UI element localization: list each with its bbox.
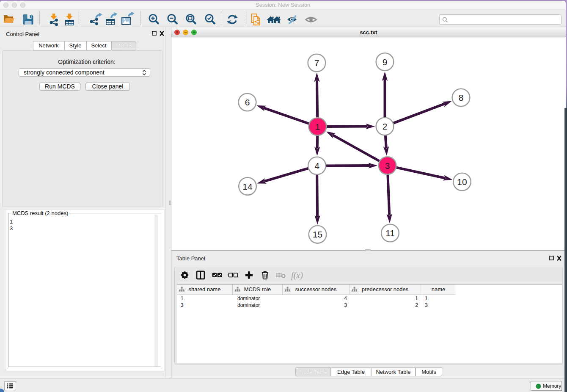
svg-text:15: 15 (313, 229, 322, 239)
svg-text:14: 14 (242, 182, 253, 191)
svg-text:8: 8 (459, 93, 464, 102)
svg-text:11: 11 (385, 228, 395, 238)
svg-text:1: 1 (315, 122, 320, 132)
svg-text:9: 9 (383, 57, 388, 67)
svg-text:2: 2 (383, 121, 388, 131)
svg-text:6: 6 (245, 97, 250, 107)
svg-text:10: 10 (457, 177, 467, 187)
svg-text:4: 4 (314, 161, 319, 171)
svg-text:7: 7 (314, 58, 319, 68)
svg-text:f(x): f(x) (291, 271, 303, 280)
svg-text:3: 3 (385, 161, 390, 171)
